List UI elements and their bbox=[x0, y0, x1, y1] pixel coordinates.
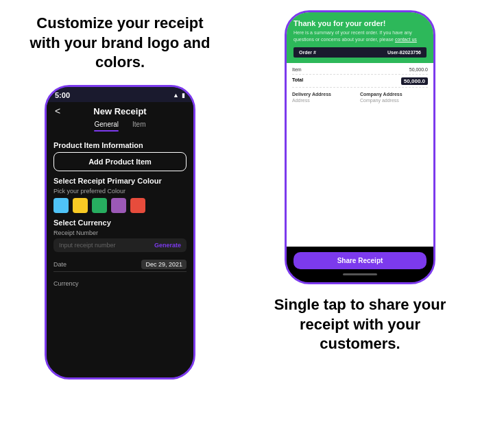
phone-notch-bar: 5:00 ▲ ▮ bbox=[47, 87, 193, 102]
delivery-address-value: Address bbox=[292, 98, 360, 103]
receipt-number-placeholder[interactable]: Input receipt number bbox=[59, 242, 116, 249]
receipt-thank-you: Thank you for your order! bbox=[293, 19, 427, 27]
currency-section: Select Currency Receipt Number Input rec… bbox=[53, 219, 187, 252]
receipt-col-order: Order # bbox=[299, 50, 316, 55]
screen-body: Product Item Information Add Product Ite… bbox=[47, 136, 193, 377]
receipt-subtitle: Here is a summary of your recent order. … bbox=[293, 29, 427, 43]
wifi-icon: ▲ bbox=[173, 92, 179, 99]
phone-screen: < New Receipt General Item Product Item bbox=[47, 102, 193, 377]
tab-general[interactable]: General bbox=[94, 121, 119, 130]
add-product-button[interactable]: Add Product Item bbox=[53, 152, 187, 171]
right-panel: Thank you for your order! Here is a summ… bbox=[240, 0, 480, 448]
nav-top: < New Receipt bbox=[55, 106, 185, 116]
right-heading: Single tap to share your receipt with yo… bbox=[274, 295, 446, 354]
date-row: Date Dec 29, 2021 bbox=[53, 258, 187, 272]
receipt-table-header: Order # User-82023756 bbox=[293, 47, 427, 58]
receipt-subtitle-text: Here is a summary of your recent order. … bbox=[293, 30, 412, 42]
swatch-yellow[interactable] bbox=[73, 198, 88, 213]
receipt-contact-link[interactable]: contact us bbox=[395, 37, 417, 42]
back-button[interactable]: < bbox=[55, 105, 60, 116]
phone-mockup-left: 5:00 ▲ ▮ < New Receipt General Item bbox=[45, 85, 195, 379]
phone-mockup-right: Thank you for your order! Here is a summ… bbox=[285, 10, 435, 284]
share-receipt-button[interactable]: Share Receipt bbox=[293, 252, 427, 269]
tab-general-underline bbox=[94, 130, 119, 132]
company-address-col: Company Address Company address bbox=[360, 92, 428, 103]
tab-row: General Item bbox=[55, 121, 185, 132]
receipt-body: Item 50,000.0 Total 50,000.0 Delivery Ad… bbox=[287, 63, 433, 247]
date-label: Date bbox=[53, 261, 67, 268]
left-heading-text: Customize your receipt with your brand l… bbox=[30, 14, 211, 71]
colour-section-title: Select Receipt Primary Colour bbox=[53, 177, 187, 185]
battery-icon: ▮ bbox=[182, 92, 185, 99]
company-address-value: Company address bbox=[360, 98, 428, 103]
screen-title: New Receipt bbox=[93, 106, 146, 116]
receipt-col-user: User-82023756 bbox=[387, 50, 421, 55]
phone-time: 5:00 bbox=[55, 91, 70, 99]
nav-header: < New Receipt General Item bbox=[47, 102, 193, 136]
colour-section: Select Receipt Primary Colour Pick your … bbox=[53, 177, 187, 213]
total-value: 50,000.0 bbox=[401, 77, 428, 85]
colour-pick-label: Pick your preferred Colour bbox=[53, 188, 187, 195]
total-label: Total bbox=[292, 77, 303, 85]
colour-swatches bbox=[53, 198, 187, 213]
receipt-number-label: Receipt Number bbox=[53, 229, 187, 236]
date-value: Dec 29, 2021 bbox=[141, 260, 187, 269]
delivery-address-label: Delivery Address bbox=[292, 92, 360, 97]
receipt-bottom: Share Receipt bbox=[287, 247, 433, 282]
swatch-blue[interactable] bbox=[53, 198, 69, 213]
receipt-number-input-row: Input receipt number Generate bbox=[53, 238, 187, 252]
receipt-green-header: Thank you for your order! Here is a summ… bbox=[287, 12, 433, 63]
tab-item[interactable]: Item bbox=[132, 121, 145, 130]
item-value: 50,000.0 bbox=[409, 67, 428, 72]
left-heading: Customize your receipt with your brand l… bbox=[30, 14, 211, 73]
receipt-total-row: Total 50,000.0 bbox=[292, 77, 428, 88]
receipt-item-row: Item 50,000.0 bbox=[292, 67, 428, 75]
product-info-section: Product Item Information Add Product Ite… bbox=[53, 141, 187, 171]
home-indicator bbox=[343, 273, 377, 275]
currency-section-title: Select Currency bbox=[53, 219, 187, 227]
left-panel: Customize your receipt with your brand l… bbox=[0, 0, 240, 448]
product-info-title: Product Item Information bbox=[53, 141, 187, 149]
swatch-red[interactable] bbox=[130, 198, 145, 213]
generate-button[interactable]: Generate bbox=[154, 242, 181, 249]
company-address-label: Company Address bbox=[360, 92, 428, 97]
currency-label-row: Currency bbox=[53, 280, 187, 287]
receipt-address-row: Delivery Address Address Company Address… bbox=[292, 92, 428, 103]
swatch-green[interactable] bbox=[92, 198, 107, 213]
swatch-purple[interactable] bbox=[111, 198, 126, 213]
delivery-address-col: Delivery Address Address bbox=[292, 92, 360, 103]
phone-icons: ▲ ▮ bbox=[173, 92, 185, 99]
item-label: Item bbox=[292, 67, 302, 72]
right-screen: Thank you for your order! Here is a summ… bbox=[287, 12, 433, 247]
right-heading-text: Single tap to share your receipt with yo… bbox=[274, 296, 446, 352]
